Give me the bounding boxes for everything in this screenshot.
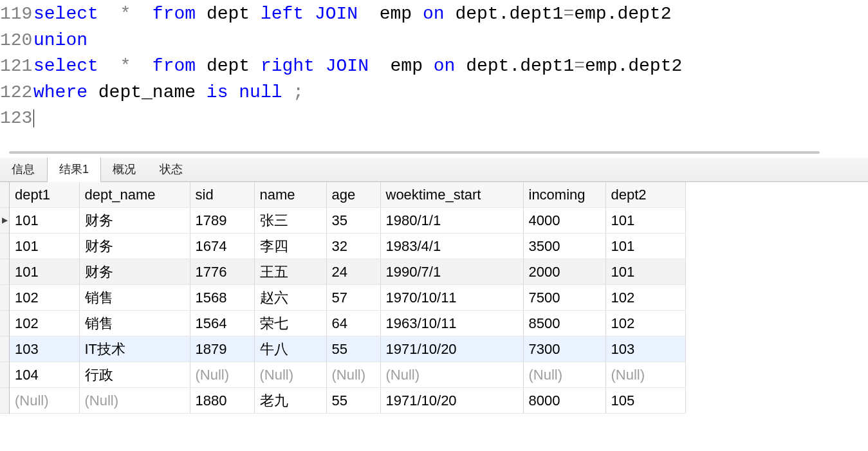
- table-row[interactable]: 103IT技术1879牛八551971/10/207300103: [10, 336, 685, 362]
- cell-dept_name[interactable]: IT技术: [79, 336, 190, 362]
- table-row[interactable]: 101财务1789张三351980/1/14000101: [10, 208, 685, 234]
- cell-sid[interactable]: 1789: [190, 208, 254, 234]
- row-indicator[interactable]: [0, 259, 9, 285]
- cell-dept1[interactable]: 102: [10, 311, 79, 336]
- cell-name[interactable]: (Null): [254, 362, 326, 388]
- col-header-sid[interactable]: sid: [190, 182, 254, 208]
- cell-dept2[interactable]: 105: [605, 388, 685, 414]
- cell-sid[interactable]: 1879: [190, 336, 254, 362]
- tab-3[interactable]: 状态: [148, 158, 195, 181]
- code-line[interactable]: 120union: [0, 28, 868, 54]
- tab-1[interactable]: 结果1: [47, 158, 101, 181]
- cell-dept1[interactable]: 103: [10, 336, 79, 362]
- sql-editor[interactable]: 119select * from dept left JOIN emp on d…: [0, 0, 868, 132]
- row-indicator[interactable]: [0, 234, 9, 259]
- cell-name[interactable]: 荣七: [254, 311, 326, 336]
- cell-incoming[interactable]: 2000: [523, 259, 605, 285]
- code-line[interactable]: 119select * from dept left JOIN emp on d…: [0, 1, 868, 28]
- table-row[interactable]: 102销售1568赵六571970/10/117500102: [10, 285, 685, 311]
- cell-dept2[interactable]: 102: [605, 285, 685, 311]
- cell-dept1[interactable]: 104: [10, 362, 79, 388]
- col-header-dept2[interactable]: dept2: [605, 182, 685, 208]
- row-indicator[interactable]: [0, 208, 9, 234]
- cell-name[interactable]: 老九: [254, 388, 326, 414]
- code-line[interactable]: 122where dept_name is null ;: [0, 80, 868, 106]
- cell-dept2[interactable]: 101: [605, 259, 685, 285]
- col-header-woektime_start[interactable]: woektime_start: [380, 182, 523, 208]
- cell-sid[interactable]: 1776: [190, 259, 254, 285]
- col-header-incoming[interactable]: incoming: [523, 182, 605, 208]
- cell-woektime_start[interactable]: 1970/10/11: [380, 285, 523, 311]
- cell-woektime_start[interactable]: 1963/10/11: [380, 311, 523, 336]
- cell-name[interactable]: 张三: [254, 208, 326, 234]
- cell-woektime_start[interactable]: 1983/4/1: [380, 234, 523, 259]
- code-content[interactable]: [33, 106, 868, 132]
- cell-name[interactable]: 李四: [254, 234, 326, 259]
- table-row[interactable]: 101财务1674李四321983/4/13500101: [10, 234, 685, 259]
- cell-dept1[interactable]: (Null): [10, 388, 79, 414]
- cell-sid[interactable]: 1674: [190, 234, 254, 259]
- cell-incoming[interactable]: 7500: [523, 285, 605, 311]
- cell-dept_name[interactable]: 财务: [79, 208, 190, 234]
- cell-sid[interactable]: 1568: [190, 285, 254, 311]
- table-row[interactable]: 101财务1776王五241990/7/12000101: [10, 259, 685, 285]
- cell-dept_name[interactable]: 财务: [79, 259, 190, 285]
- result-grid[interactable]: dept1dept_namesidnameagewoektime_startin…: [10, 182, 686, 414]
- cell-incoming[interactable]: 4000: [523, 208, 605, 234]
- cell-age[interactable]: 55: [326, 388, 380, 414]
- cell-incoming[interactable]: 8500: [523, 311, 605, 336]
- cell-dept_name[interactable]: 财务: [79, 234, 190, 259]
- cell-incoming[interactable]: 3500: [523, 234, 605, 259]
- cell-dept2[interactable]: (Null): [605, 362, 685, 388]
- tab-0[interactable]: 信息: [0, 158, 47, 181]
- table-row[interactable]: (Null)(Null)1880老九551971/10/208000105: [10, 388, 685, 414]
- cell-dept1[interactable]: 101: [10, 259, 79, 285]
- code-content[interactable]: select * from dept right JOIN emp on dep…: [33, 53, 868, 80]
- cell-age[interactable]: 24: [326, 259, 380, 285]
- code-line[interactable]: 121select * from dept right JOIN emp on …: [0, 53, 868, 80]
- cell-dept_name[interactable]: 行政: [79, 362, 190, 388]
- cell-incoming[interactable]: (Null): [523, 362, 605, 388]
- cell-dept2[interactable]: 102: [605, 311, 685, 336]
- cell-sid[interactable]: (Null): [190, 362, 254, 388]
- code-content[interactable]: where dept_name is null ;: [33, 80, 868, 106]
- row-indicator[interactable]: [0, 388, 9, 414]
- cell-incoming[interactable]: 7300: [523, 336, 605, 362]
- scrollbar-thumb[interactable]: [9, 151, 820, 154]
- code-line[interactable]: 123: [0, 106, 868, 132]
- cell-dept2[interactable]: 101: [605, 208, 685, 234]
- cell-age[interactable]: (Null): [326, 362, 380, 388]
- row-indicator[interactable]: [0, 362, 9, 388]
- cell-age[interactable]: 35: [326, 208, 380, 234]
- cell-woektime_start[interactable]: 1971/10/20: [380, 388, 523, 414]
- cell-dept_name[interactable]: (Null): [79, 388, 190, 414]
- cell-dept2[interactable]: 103: [605, 336, 685, 362]
- tab-2[interactable]: 概况: [101, 158, 148, 181]
- row-indicator[interactable]: [0, 311, 9, 336]
- cell-dept1[interactable]: 101: [10, 208, 79, 234]
- col-header-dept_name[interactable]: dept_name: [79, 182, 190, 208]
- cell-age[interactable]: 64: [326, 311, 380, 336]
- cell-sid[interactable]: 1880: [190, 388, 254, 414]
- cell-name[interactable]: 牛八: [254, 336, 326, 362]
- cell-dept1[interactable]: 101: [10, 234, 79, 259]
- cell-dept_name[interactable]: 销售: [79, 311, 190, 336]
- col-header-age[interactable]: age: [326, 182, 380, 208]
- cell-woektime_start[interactable]: 1990/7/1: [380, 259, 523, 285]
- row-indicator[interactable]: [0, 336, 9, 362]
- cell-dept2[interactable]: 101: [605, 234, 685, 259]
- cell-woektime_start[interactable]: (Null): [380, 362, 523, 388]
- cell-woektime_start[interactable]: 1980/1/1: [380, 208, 523, 234]
- table-row[interactable]: 104行政(Null)(Null)(Null)(Null)(Null)(Null…: [10, 362, 685, 388]
- col-header-name[interactable]: name: [254, 182, 326, 208]
- cell-incoming[interactable]: 8000: [523, 388, 605, 414]
- row-indicator[interactable]: [0, 285, 9, 311]
- cell-age[interactable]: 57: [326, 285, 380, 311]
- cell-age[interactable]: 55: [326, 336, 380, 362]
- cell-name[interactable]: 赵六: [254, 285, 326, 311]
- code-content[interactable]: union: [33, 28, 868, 54]
- col-header-dept1[interactable]: dept1: [10, 182, 79, 208]
- cell-dept_name[interactable]: 销售: [79, 285, 190, 311]
- cell-sid[interactable]: 1564: [190, 311, 254, 336]
- cell-name[interactable]: 王五: [254, 259, 326, 285]
